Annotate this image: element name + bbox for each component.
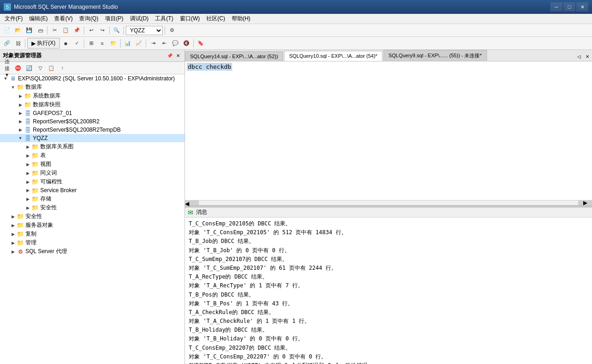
- bookmark-button[interactable]: 🔖: [196, 38, 206, 49]
- database-selector[interactable]: YQZZ: [126, 26, 163, 35]
- security-db-label: 安全性: [40, 204, 57, 212]
- menu-debug[interactable]: 调试(D): [127, 14, 152, 24]
- tree-node-serverobj[interactable]: ▶ 📁 服务器对象: [0, 221, 185, 230]
- results-to-file[interactable]: 📁: [108, 38, 118, 49]
- tree-node-yqzz[interactable]: ▼ 🗄 YQZZ: [0, 134, 185, 142]
- tree-node-reporttemp[interactable]: ▶ 🗄 ReportServer$SQL2008R2TempDB: [0, 126, 185, 134]
- maximize-button[interactable]: □: [563, 2, 575, 12]
- menu-view[interactable]: 查看(V): [51, 14, 75, 24]
- tree-node-tables[interactable]: ▶ 📁 表: [0, 151, 185, 160]
- sql-editor[interactable]: dbcc checkdb: [185, 61, 592, 200]
- tree-node-gafepos[interactable]: ▶ 🗄 GAFEPOS7_01: [0, 109, 185, 117]
- tree-node-views[interactable]: ▶ 📁 视图: [0, 160, 185, 169]
- stop-button[interactable]: ■: [61, 38, 71, 49]
- oe-filter-button[interactable]: ▽: [35, 63, 45, 73]
- tab-3[interactable]: SQLQuery9.sql - EXP\...... (55)) - 未连接*: [383, 50, 487, 61]
- tree-node-snapshots[interactable]: ▶ 📁 数据库快照: [0, 100, 185, 109]
- tree-node-replication[interactable]: ▶ 📁 复制: [0, 230, 185, 238]
- tree-node-sysdbs[interactable]: ▶ 📁 系统数据库: [0, 91, 185, 100]
- redo-button[interactable]: ↪: [97, 25, 107, 36]
- menu-help[interactable]: 帮助(H): [229, 14, 253, 24]
- security-label: 安全性: [25, 212, 42, 220]
- undo-button[interactable]: ↩: [86, 25, 96, 36]
- oe-refresh-button[interactable]: 🔄: [24, 63, 34, 73]
- toolbar-separator-3: [109, 26, 110, 35]
- expand-reportserver-icon: ▶: [17, 119, 24, 124]
- tables-label: 表: [40, 152, 46, 159]
- management-label: 管理: [25, 239, 37, 247]
- results-header: ✉ 消息: [185, 207, 592, 218]
- result-line-8: T_B_Pos的 DBCC 结果。: [189, 291, 588, 299]
- save-all-button[interactable]: 🗃: [35, 25, 45, 36]
- oe-collapse-button[interactable]: ↑: [57, 63, 68, 73]
- tree-node-sqlagent[interactable]: ▶ ⚙ SQL Server 代理: [0, 247, 185, 256]
- results-tab-label[interactable]: 消息: [196, 208, 207, 216]
- server-label: EXP\SQL2008R2 (SQL Server 10.50.1600 - E…: [18, 75, 175, 82]
- save-button[interactable]: 💾: [24, 25, 34, 36]
- expand-gafepos-icon: ▶: [17, 111, 24, 115]
- scroll-left-button[interactable]: ◀: [185, 200, 199, 205]
- results-to-text[interactable]: ≡: [97, 38, 107, 49]
- menu-edit[interactable]: 编辑(E): [26, 14, 50, 24]
- tree-node-server[interactable]: ▼ 🖥 EXP\SQL2008R2 (SQL Server 10.50.1600…: [0, 74, 185, 83]
- expand-snapshots-icon: ▶: [17, 103, 24, 107]
- expand-server-icon: ▼: [2, 76, 9, 81]
- filter-button[interactable]: ⚙: [167, 25, 177, 36]
- connect-button[interactable]: 🔗: [2, 38, 12, 49]
- tab-close-all-button[interactable]: ✕: [584, 53, 591, 60]
- tree-node-databases[interactable]: ▼ 📁 数据库: [0, 83, 185, 91]
- include-actual-plan[interactable]: 📊: [123, 38, 133, 49]
- oe-connect-button[interactable]: 连接▼: [2, 63, 12, 73]
- sysdbs-folder-icon: 📁: [24, 92, 31, 100]
- tab-1[interactable]: SQLQuery14.sql - EXP\...\A...ator (52)): [185, 51, 283, 61]
- indent-button[interactable]: ⇥: [148, 38, 158, 49]
- tree-node-programmability[interactable]: ▶ 📁 可编程性: [0, 177, 185, 186]
- outdent-button[interactable]: ⇤: [159, 38, 169, 49]
- result-line-12: T_B_Holiday的 DBCC 结果。: [189, 326, 588, 334]
- search-button[interactable]: 🔍: [111, 25, 122, 36]
- oe-content[interactable]: ▼ 🖥 EXP\SQL2008R2 (SQL Server 10.50.1600…: [0, 74, 185, 364]
- oe-disconnect-button[interactable]: ⛔: [13, 63, 23, 73]
- result-line-3: 对象 'T_B_Job' 的 0 页中有 0 行。: [189, 246, 588, 255]
- tab-2[interactable]: SQLQuery10.sql - EXP\...\A...ator (54)*: [284, 51, 382, 61]
- expand-dbdiag-icon: ▶: [24, 145, 31, 149]
- uncomment-button[interactable]: 🔇: [181, 38, 191, 49]
- close-button[interactable]: ✕: [576, 2, 588, 12]
- minimize-button[interactable]: ─: [550, 2, 562, 12]
- menu-file[interactable]: 文件(F): [2, 14, 25, 24]
- execute-button[interactable]: ▶ 执行(X): [27, 38, 60, 49]
- menu-tools[interactable]: 工具(T): [152, 14, 176, 24]
- open-button[interactable]: 📂: [13, 25, 23, 36]
- include-client-stats[interactable]: 📈: [134, 38, 144, 49]
- results-to-grid[interactable]: ⊞: [86, 38, 96, 49]
- oe-report-button[interactable]: 📋: [46, 63, 56, 73]
- new-query-button[interactable]: 📄: [2, 25, 12, 36]
- cut-button[interactable]: ✂: [49, 25, 60, 36]
- tree-node-reportserver[interactable]: ▶ 🗄 ReportServer$SQL2008R2: [0, 117, 185, 126]
- menu-query[interactable]: 查询(Q): [76, 14, 101, 24]
- expand-tables-icon: ▶: [24, 153, 31, 158]
- tree-node-dbdiag[interactable]: ▶ 📁 数据库关系图: [0, 142, 185, 151]
- serverobj-folder-icon: 📁: [17, 222, 24, 229]
- menu-project[interactable]: 项目(P): [102, 14, 126, 24]
- tab-pin-button[interactable]: ◁: [575, 53, 583, 60]
- tree-node-security[interactable]: ▶ 📁 安全性: [0, 212, 185, 221]
- oe-close-button[interactable]: ✕: [174, 52, 182, 60]
- window-controls[interactable]: ─ □ ✕: [550, 2, 588, 12]
- tree-node-storage[interactable]: ▶ 📁 存储: [0, 194, 185, 203]
- tree-node-management[interactable]: ▶ 📁 管理: [0, 238, 185, 247]
- tree-node-security-db[interactable]: ▶ 📁 安全性: [0, 203, 185, 212]
- tree-node-synonyms[interactable]: ▶ 📁 同义词: [0, 169, 185, 177]
- scroll-right-button[interactable]: ▶: [578, 200, 592, 205]
- tree-node-servicebroker[interactable]: ▶ 📁 Service Broker: [0, 186, 185, 194]
- paste-button[interactable]: 📌: [72, 25, 82, 36]
- comment-button[interactable]: 💬: [170, 38, 180, 49]
- parse-button[interactable]: ✓: [72, 38, 82, 49]
- result-line-7: 对象 'T_A_RecType' 的 1 页中有 7 行。: [189, 281, 588, 290]
- disconnect-button[interactable]: ⛓: [13, 38, 23, 49]
- copy-button[interactable]: 📋: [61, 25, 71, 36]
- menu-community[interactable]: 社区(C): [204, 14, 228, 24]
- gafepos-label: GAFEPOS7_01: [33, 110, 72, 116]
- pin-button[interactable]: 📌: [166, 52, 173, 60]
- menu-window[interactable]: 窗口(W): [177, 14, 203, 24]
